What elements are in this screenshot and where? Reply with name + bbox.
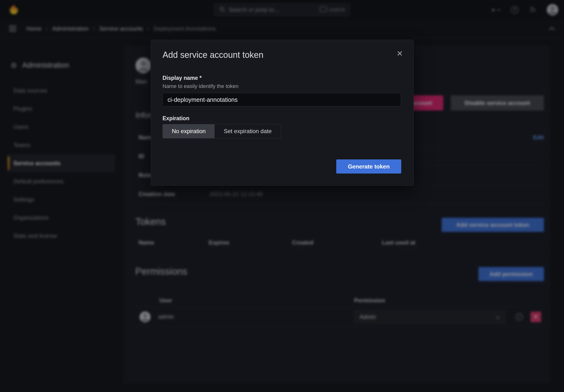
generate-token-button[interactable]: Generate token <box>336 159 401 174</box>
display-name-help: Name to easily identify the token <box>163 83 238 89</box>
radio-no-expiration[interactable]: No expiration <box>163 124 215 138</box>
radio-set-expiration-date[interactable]: Set expiration date <box>215 124 281 138</box>
app: Search or jump to... cmd+k + ? <box>0 0 564 392</box>
add-token-modal: Add service account token ✕ Display name… <box>151 40 414 186</box>
expiration-label: Expiration <box>163 115 189 122</box>
display-name-input[interactable] <box>163 93 401 106</box>
modal-title: Add service account token <box>163 50 263 60</box>
display-name-label: Display name * <box>163 75 202 81</box>
expiration-radio-group: No expiration Set expiration date <box>163 124 281 138</box>
close-icon[interactable]: ✕ <box>397 49 403 58</box>
